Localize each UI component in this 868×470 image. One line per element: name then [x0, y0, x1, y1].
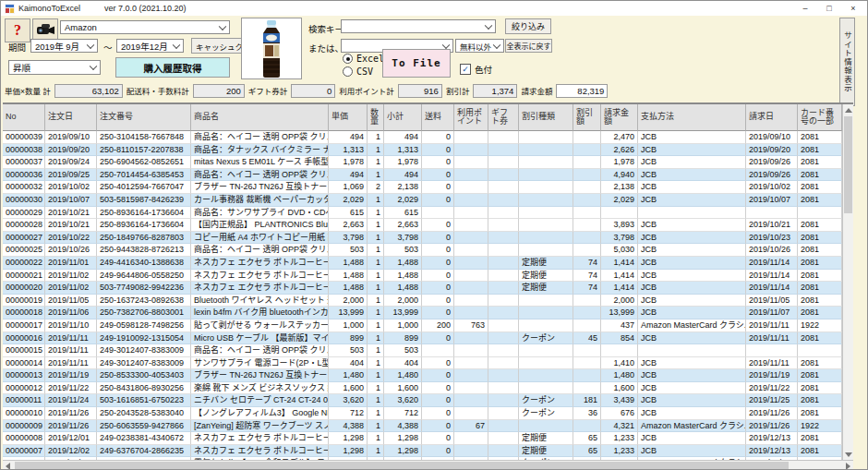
table-cell: 0 [422, 282, 454, 295]
show-all-button[interactable]: 全表示に戻す [505, 39, 552, 53]
table-row[interactable]: 000000282019/10/21250-8936164-1736604【国内… [3, 219, 842, 232]
table-cell: 1 [368, 131, 384, 144]
table-cell: 0 [422, 270, 454, 283]
table-row[interactable]: 000000102019/11/26250-2043528-5383040【ノン… [3, 407, 842, 420]
table-cell: 2019/11/14 [746, 282, 798, 295]
column-header[interactable]: 送料 [422, 104, 454, 131]
horizontal-scrollbar[interactable] [3, 460, 853, 470]
table-row[interactable]: 000000192019/11/05250-1637243-0892638Blu… [3, 295, 842, 307]
site-info-button[interactable]: サイト情報表示 [839, 18, 855, 106]
column-header[interactable]: 商品名 [191, 104, 329, 131]
csv-radio[interactable]: CSV [343, 66, 373, 77]
table-cell: 2019/11/19 [45, 369, 97, 382]
scroll-left-icon[interactable] [6, 463, 10, 470]
table-cell: 1,488 [329, 270, 368, 283]
maximize-button[interactable]: □ [817, 1, 841, 16]
summary-label: ギフト券計 [248, 85, 288, 96]
column-header[interactable]: 数量 [368, 104, 384, 131]
table-cell: 0 [422, 257, 454, 270]
table-row[interactable]: 000000132019/11/19250-8533300-4053403ブラザ… [3, 369, 842, 382]
table-cell: 0 [422, 332, 454, 345]
scroll-up-icon[interactable] [845, 108, 852, 113]
table-row[interactable]: 000000372019/09/24250-6904562-0852651mit… [3, 156, 842, 169]
table-cell [454, 344, 488, 357]
column-header[interactable]: 割引種類 [519, 104, 573, 131]
table-cell: 1 [368, 369, 384, 382]
column-header[interactable]: ギフト券 [488, 104, 519, 131]
table-row[interactable]: 000000202019/11/02503-7749082-9942236ネスカ… [3, 282, 842, 295]
table-row[interactable]: 000000142019/11/11249-3012407-8383009サンワ… [3, 357, 842, 370]
table-cell [454, 307, 488, 319]
table-cell: JCB [638, 244, 746, 257]
table-row[interactable]: 000000272019/10/22250-1849766-8287803コピー… [3, 232, 842, 245]
period-from-select[interactable]: 2019年 9月 [30, 39, 98, 53]
summary-value: 63,102 [54, 84, 123, 98]
column-header[interactable]: 支払方法 [638, 104, 746, 131]
vertical-scrollbar[interactable] [842, 104, 853, 460]
table-row[interactable]: 000000212019/11/02249-9644806-0558250ネスカ… [3, 270, 842, 283]
table-row[interactable]: 000000172019/11/10249-0598128-7498256貼って… [3, 319, 842, 332]
table-row[interactable]: 000000112019/11/24503-1616851-6750223ニチバ… [3, 394, 842, 407]
table-cell: 0 [422, 144, 454, 157]
table-cell [746, 344, 798, 357]
table-row[interactable]: 000000152019/11/11249-3012407-8383009商品名… [3, 344, 842, 357]
table-row[interactable]: 000000092019/11/26250-6063559-9427866[Za… [3, 420, 842, 433]
minimize-button[interactable]: – [793, 1, 817, 16]
excel-radio[interactable]: Excel [343, 54, 384, 64]
table-row[interactable]: 000000222019/11/01249-4416340-1388638ネスカ… [3, 257, 842, 270]
table-row[interactable]: 000000392019/09/10250-3104158-7667848商品名… [3, 131, 842, 144]
column-header[interactable]: 請求日 [746, 104, 798, 131]
table-row[interactable]: 000000082019/12/01249-0238381-4340672ネスカ… [3, 432, 842, 445]
table-cell: 615 [384, 207, 422, 220]
search-key-input[interactable] [341, 19, 496, 33]
filter-button[interactable]: 絞り込み [505, 18, 551, 34]
table-cell [638, 344, 746, 357]
column-header[interactable]: 請求金額 [601, 104, 638, 131]
table-row[interactable]: 000000322019/10/02250-4012594-7667047ブラザ… [3, 181, 842, 194]
to-file-button[interactable]: To File [382, 49, 451, 78]
column-header[interactable]: No [3, 104, 45, 131]
table-cell: 【国内正規品】 PLANTRONICS Blueto... [191, 219, 329, 232]
table-row[interactable]: 000000122019/11/22250-8431806-8930256楽綿 … [3, 382, 842, 395]
fetch-history-button[interactable]: 購入履歴取得 [115, 57, 230, 78]
period-to-select[interactable]: 2019年12月 [116, 39, 184, 53]
table-row[interactable]: 000000362019/09/25250-7014454-6385453商品名… [3, 169, 842, 182]
table-cell: 249-1910092-1315054 [97, 332, 191, 345]
free-filter-select[interactable]: 無料以外 [455, 39, 504, 53]
table-cell: JCB [638, 382, 746, 395]
close-button[interactable]: × [841, 1, 865, 16]
table-row[interactable]: 000000072019/12/02249-6376704-2866235ネスカ… [3, 445, 842, 458]
scroll-down-icon[interactable] [845, 452, 852, 457]
column-header[interactable]: 利用ポイント [454, 104, 488, 131]
table-row[interactable]: 000000382019/09/20250-8110157-2207838商品名… [3, 144, 842, 157]
column-header[interactable]: 単価 [329, 104, 368, 131]
help-button[interactable]: ? [5, 18, 30, 42]
color-checkbox[interactable]: ✓ 色付 [460, 63, 492, 76]
table-cell: 1,480 [384, 369, 422, 382]
vertical-scroll-thumb[interactable] [844, 116, 852, 213]
table-row[interactable]: 000000182019/11/06250-7382706-8803001lex… [3, 307, 842, 319]
scroll-right-icon[interactable] [846, 463, 850, 470]
table-row[interactable]: 000000302019/10/07503-5815987-8426239カール… [3, 194, 842, 207]
column-header[interactable]: 注文日 [45, 104, 97, 131]
table-cell: 00000017 [3, 319, 45, 332]
table-cell: 503 [384, 344, 422, 357]
table-cell [488, 407, 519, 420]
column-header[interactable]: カード番号の一部 [798, 104, 842, 131]
site-select[interactable]: Amazon [60, 20, 230, 34]
table-cell [519, 344, 573, 357]
column-header[interactable]: 注文番号 [97, 104, 191, 131]
table-cell [519, 369, 573, 382]
column-header[interactable]: 小計 [384, 104, 422, 131]
horizontal-scroll-thumb[interactable] [15, 462, 789, 469]
table-cell [601, 344, 638, 357]
table-cell: 00000022 [3, 257, 45, 270]
sort-order-select[interactable]: 昇順 [8, 60, 101, 75]
table-row[interactable]: 000000292019/10/21250-8936164-1736604商品名… [3, 207, 842, 220]
table-cell: Amazon MasterCard クラシ... [638, 420, 746, 433]
table-cell [454, 382, 488, 395]
table-row[interactable]: 000000252019/10/26250-9443828-8726213商品名… [3, 244, 842, 257]
column-header[interactable]: 割引額 [573, 104, 601, 131]
table-cell: 2019/11/11 [45, 357, 97, 370]
table-row[interactable]: 000000162019/11/11249-1910092-1315054Mic… [3, 332, 842, 345]
